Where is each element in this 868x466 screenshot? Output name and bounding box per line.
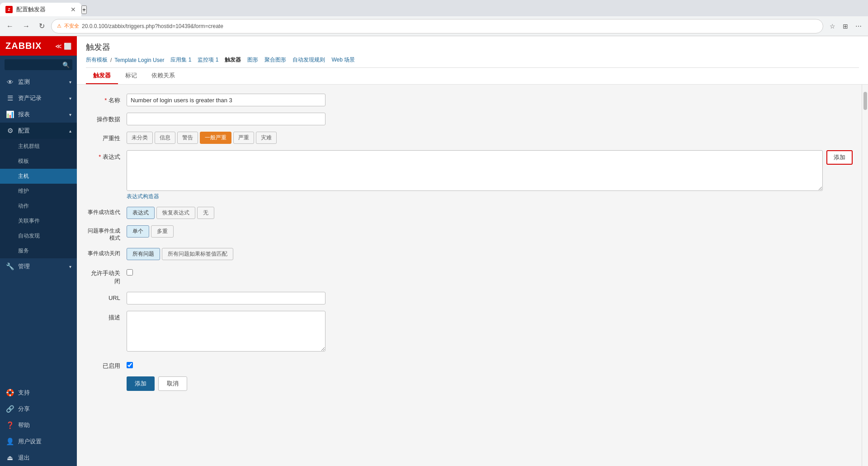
manual-close-control xyxy=(127,266,853,277)
add-expression-button[interactable]: 添加 xyxy=(826,150,853,165)
sidebar-item-config[interactable]: ⚙ 配置 ▴ xyxy=(0,123,77,139)
severity-average[interactable]: 一般严重 xyxy=(200,132,231,144)
breadcrumb-monitor[interactable]: 监控项 1 xyxy=(198,56,218,64)
event-close-tag-btn[interactable]: 所有问题如果标签值匹配 xyxy=(162,248,233,260)
event-success-expression-btn[interactable]: 表达式 xyxy=(127,207,155,219)
event-success-control: 表达式 恢复表达式 无 xyxy=(127,207,853,219)
sidebar-item-monitor[interactable]: 👁 监测 ▾ xyxy=(0,74,77,90)
sidebar-subitem-discovery[interactable]: 自动发现 xyxy=(0,228,77,243)
description-textarea[interactable] xyxy=(127,311,326,352)
sidebar-subitem-actions[interactable]: 动作 xyxy=(0,199,77,214)
name-input[interactable] xyxy=(127,94,326,106)
problem-event-single-btn[interactable]: 单个 xyxy=(127,225,149,238)
breadcrumb-all-templates[interactable]: 所有模板 xyxy=(86,56,108,64)
breadcrumb-auto-discovery[interactable]: 自动发现规则 xyxy=(292,56,325,64)
event-close-all-btn[interactable]: 所有问题 xyxy=(127,248,160,260)
main-header: 触发器 所有模板 / Template Login User 应用集 1 监控项… xyxy=(77,36,868,85)
enabled-control xyxy=(127,359,853,370)
menu-btn[interactable]: ⋯ xyxy=(853,21,864,32)
expression-textarea[interactable] xyxy=(127,150,823,191)
event-success-recovery-btn[interactable]: 恢复表达式 xyxy=(156,207,195,219)
sidebar-item-support[interactable]: 🛟 支持 xyxy=(0,385,77,401)
main-content: 触发器 所有模板 / Template Login User 应用集 1 监控项… xyxy=(77,36,868,466)
sidebar-subitem-hosts[interactable]: 主机 xyxy=(0,169,77,184)
name-control xyxy=(127,94,853,106)
logo-text: ZABBIX xyxy=(5,41,42,51)
severity-group: 未分类 信息 警告 一般严重 严重 灾难 xyxy=(127,132,853,144)
opdata-input[interactable] xyxy=(127,113,326,125)
manual-close-label: 允许手动关闭 xyxy=(86,266,127,285)
form-row-severity: 严重性 未分类 信息 警告 一般严重 严重 灾难 xyxy=(86,132,853,144)
sidebar-expand-btn[interactable]: ⬜ xyxy=(64,43,71,50)
address-warning: 不安全 xyxy=(64,23,79,29)
enabled-label: 已启用 xyxy=(86,359,127,370)
sidebar-collapse-btn[interactable]: ≪ xyxy=(55,43,62,50)
breadcrumb-appset[interactable]: 应用集 1 xyxy=(170,56,191,64)
search-icon: 🔍 xyxy=(62,62,70,68)
sidebar-subitem-templates[interactable]: 模板 xyxy=(0,154,77,169)
breadcrumb-graph[interactable]: 图形 xyxy=(247,56,258,64)
enabled-checkbox[interactable] xyxy=(127,362,133,368)
expression-builder-link[interactable]: 表达式构造器 xyxy=(127,193,159,200)
sidebar-item-share[interactable]: 🔗 分享 xyxy=(0,401,77,417)
main-layout: 名称 操作数据 严重性 xyxy=(77,85,868,466)
sidebar-item-logout[interactable]: ⏏ 退出 xyxy=(0,450,77,466)
form-row-event-close: 事件成功关闭 所有问题 所有问题如果标签值匹配 xyxy=(86,248,853,260)
page-title: 触发器 xyxy=(86,36,859,56)
sidebar-subitem-correlations[interactable]: 关联事件 xyxy=(0,214,77,228)
forward-button[interactable]: → xyxy=(20,20,33,32)
chevron-down-icon: ▾ xyxy=(69,112,71,117)
form-row-enabled: 已启用 xyxy=(86,359,853,370)
sidebar-item-user-settings[interactable]: 👤 用户设置 xyxy=(0,433,77,450)
sidebar-item-help[interactable]: ❓ 帮助 xyxy=(0,417,77,433)
severity-warning[interactable]: 警告 xyxy=(177,132,198,144)
app: ZABBIX ≪ ⬜ 🔍 👁 监测 ▾ ☰ 资产记录 ▾ 📊 报表 ▾ ⚙ xyxy=(0,36,868,466)
sidebar-search-container: 🔍 xyxy=(0,56,77,74)
severity-info[interactable]: 信息 xyxy=(155,132,175,144)
problem-event-control: 单个 多重 xyxy=(127,225,853,238)
bookmark-btn[interactable]: ☆ xyxy=(827,21,838,32)
breadcrumb-aggregate-graph[interactable]: 聚合图形 xyxy=(264,56,286,64)
content-area: 名称 操作数据 严重性 xyxy=(77,85,862,466)
event-success-label: 事件成功迭代 xyxy=(86,207,127,216)
submit-button[interactable]: 添加 xyxy=(127,376,155,391)
url-control xyxy=(127,292,853,304)
breadcrumb-web-scenario[interactable]: Web 场景 xyxy=(331,56,355,64)
extensions-btn[interactable]: ⊞ xyxy=(840,21,851,32)
sidebar-subitem-maintenance[interactable]: 维护 xyxy=(0,184,77,199)
sidebar-item-label: 帮助 xyxy=(18,421,30,429)
breadcrumb-template[interactable]: Template Login User xyxy=(114,57,164,63)
new-tab-button[interactable]: + xyxy=(81,5,87,14)
reports-icon: 📊 xyxy=(5,110,14,119)
scrollbar-thumb[interactable] xyxy=(863,92,867,110)
url-input[interactable] xyxy=(127,292,326,304)
problem-event-multiple-btn[interactable]: 多重 xyxy=(151,225,174,238)
tab-dependency[interactable]: 依赖关系 xyxy=(144,68,182,84)
reload-button[interactable]: ↻ xyxy=(36,20,47,32)
tab-close-button[interactable]: ✕ xyxy=(71,6,76,13)
severity-disaster[interactable]: 灾难 xyxy=(256,132,277,144)
form-actions: 添加 取消 xyxy=(127,376,853,391)
sidebar-subitem-hostgroups[interactable]: 主机群组 xyxy=(0,139,77,154)
sidebar-item-label: 资产记录 xyxy=(18,94,42,102)
address-bar[interactable]: ⚠ 不安全 20.0.0.100/zabbix/triggers.php?hos… xyxy=(51,19,823,33)
tab-title: 配置触发器 xyxy=(16,5,46,14)
back-button[interactable]: ← xyxy=(4,20,16,32)
tab-tag[interactable]: 标记 xyxy=(118,68,144,84)
manual-close-checkbox[interactable] xyxy=(127,269,133,276)
severity-high[interactable]: 严重 xyxy=(233,132,254,144)
sidebar-subitem-services[interactable]: 服务 xyxy=(0,243,77,258)
tab-trigger[interactable]: 触发器 xyxy=(86,68,118,84)
problem-event-label: 问题事件生成模式 xyxy=(86,225,127,242)
sidebar-item-reports[interactable]: 📊 报表 ▾ xyxy=(0,106,77,123)
expression-area: 添加 xyxy=(127,150,853,191)
severity-unclassified[interactable]: 未分类 xyxy=(127,132,153,144)
sidebar-item-assets[interactable]: ☰ 资产记录 ▾ xyxy=(0,90,77,106)
cancel-button[interactable]: 取消 xyxy=(158,376,187,391)
breadcrumb-sep1: / xyxy=(110,57,112,63)
event-success-none-btn[interactable]: 无 xyxy=(197,207,214,219)
tab-favicon: Z xyxy=(5,6,13,13)
browser-tabs: Z 配置触发器 ✕ + xyxy=(0,0,868,16)
assets-icon: ☰ xyxy=(5,94,14,102)
sidebar-item-admin[interactable]: 🔧 管理 ▾ xyxy=(0,258,77,275)
